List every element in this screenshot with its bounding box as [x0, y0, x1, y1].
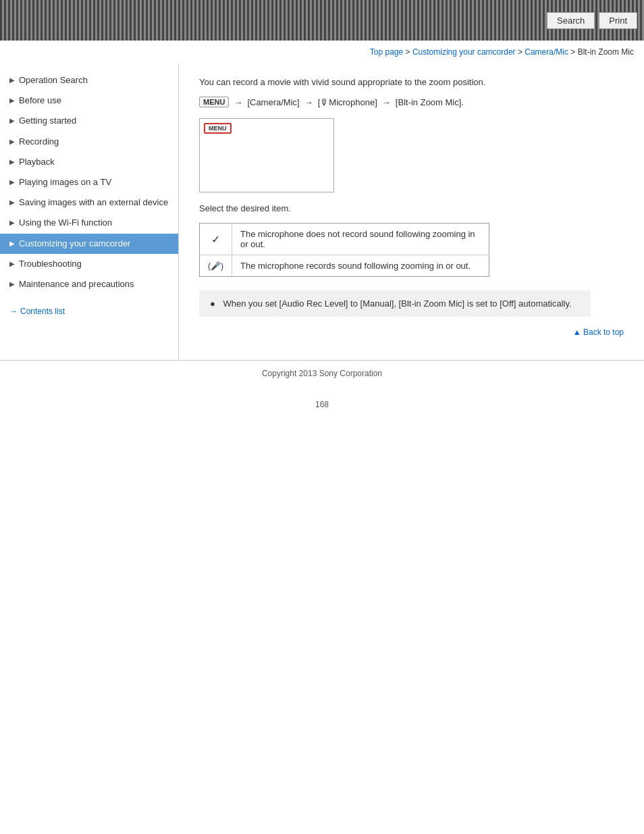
arrow-icon: →: [304, 97, 313, 107]
arrow-icon: ▶: [9, 76, 15, 85]
breadcrumb-customizing[interactable]: Customizing your camcorder: [412, 47, 516, 57]
sidebar-label: Before use: [19, 95, 61, 107]
content-area: You can record a movie with vivid sound …: [179, 63, 644, 360]
sidebar-label: Troubleshooting: [19, 258, 82, 270]
arrow-icon: ▶: [9, 137, 15, 147]
options-table: ✓ The microphone does not record sound f…: [199, 223, 489, 277]
sidebar-item-operation-search[interactable]: ▶ Operation Search: [0, 70, 178, 90]
sidebar-label: Customizing your camcorder: [19, 238, 130, 250]
breadcrumb-sep2: >: [518, 47, 525, 57]
back-to-top-link[interactable]: ▲ Back to top: [573, 328, 624, 337]
sidebar-label: Playback: [19, 156, 55, 168]
arrow-right-icon: →: [9, 307, 18, 316]
sidebar-item-getting-started[interactable]: ▶ Getting started: [0, 111, 178, 131]
option-icon-check: ✓: [200, 224, 232, 255]
menu-step-1: [Camera/Mic]: [247, 97, 299, 107]
option-text-2: The microphone records sound following z…: [232, 255, 489, 277]
breadcrumb-top[interactable]: Top page: [370, 47, 403, 57]
sidebar-item-maintenance[interactable]: ▶ Maintenance and precautions: [0, 274, 178, 294]
main-layout: ▶ Operation Search ▶ Before use ▶ Gettin…: [0, 63, 644, 360]
sidebar-item-recording[interactable]: ▶ Recording: [0, 132, 178, 152]
menu-step-2: [🎙Microphone]: [318, 97, 377, 107]
arrow-icon: →: [234, 97, 242, 107]
page-number: 168: [0, 400, 644, 409]
copyright-text: Copyright 2013 Sony Corporation: [262, 369, 382, 378]
menu-path: MENU → [Camera/Mic] → [🎙Microphone] → [B…: [199, 97, 624, 107]
breadcrumb: Top page > Customizing your camcorder > …: [0, 41, 644, 63]
description-text: You can record a movie with vivid sound …: [199, 77, 624, 87]
search-button[interactable]: Search: [547, 12, 595, 29]
sidebar-item-playback[interactable]: ▶ Playback: [0, 152, 178, 172]
sidebar-label: Using the Wi-Fi function: [19, 217, 112, 229]
screenshot-preview: MENU: [199, 118, 334, 192]
note-text: When you set [Audio Rec Level] to [Manua…: [223, 298, 571, 309]
menu-button: MENU: [199, 97, 229, 107]
arrow-icon: ▶: [9, 198, 15, 207]
contents-list-label: Contents list: [20, 307, 65, 316]
breadcrumb-current: Blt-in Zoom Mic: [578, 47, 634, 57]
arrow-icon: →: [382, 97, 391, 107]
sidebar-label: Saving images with an external device: [19, 197, 168, 209]
sidebar-item-troubleshooting[interactable]: ▶ Troubleshooting: [0, 254, 178, 274]
arrow-icon: ▶: [9, 218, 15, 228]
arrow-icon: ▶: [9, 280, 15, 289]
arrow-icon: ▶: [9, 116, 15, 126]
print-button[interactable]: Print: [599, 12, 637, 29]
table-row: (🎤) The microphone records sound followi…: [200, 255, 489, 277]
sidebar: ▶ Operation Search ▶ Before use ▶ Gettin…: [0, 63, 179, 360]
sidebar-item-saving-images[interactable]: ▶ Saving images with an external device: [0, 192, 178, 213]
arrow-icon: ▶: [9, 157, 15, 167]
menu-screenshot-button: MENU: [204, 123, 232, 134]
breadcrumb-sep3: >: [570, 47, 577, 57]
sidebar-item-before-use[interactable]: ▶ Before use: [0, 90, 178, 111]
arrow-icon: ▶: [9, 259, 15, 269]
select-text: Select the desired item.: [199, 203, 624, 213]
sidebar-label: Recording: [19, 136, 59, 148]
bullet-icon: ●: [210, 298, 215, 309]
arrow-icon: ▶: [9, 96, 15, 105]
breadcrumb-sep1: >: [406, 47, 412, 57]
sidebar-item-customizing[interactable]: ▶ Customizing your camcorder: [0, 234, 178, 254]
sidebar-item-wifi[interactable]: ▶ Using the Wi-Fi function: [0, 213, 178, 233]
option-icon-mic: (🎤): [200, 255, 232, 277]
arrow-icon: ▶: [9, 178, 15, 187]
footer: Copyright 2013 Sony Corporation: [0, 360, 644, 386]
note-box: ● When you set [Audio Rec Level] to [Man…: [199, 290, 591, 317]
sidebar-label: Getting started: [19, 115, 76, 127]
sidebar-item-playing-images[interactable]: ▶ Playing images on a TV: [0, 172, 178, 192]
header: Search Print: [0, 0, 644, 41]
contents-list-link[interactable]: → Contents list: [0, 301, 178, 321]
sidebar-label: Operation Search: [19, 74, 88, 86]
breadcrumb-camera-mic[interactable]: Camera/Mic: [525, 47, 568, 57]
sidebar-label: Playing images on a TV: [19, 176, 111, 188]
menu-step-3: [Blt-in Zoom Mic].: [396, 97, 464, 107]
table-row: ✓ The microphone does not record sound f…: [200, 224, 489, 255]
sidebar-label: Maintenance and precautions: [19, 278, 134, 290]
back-to-top[interactable]: ▲ Back to top: [199, 328, 624, 337]
option-text-1: The microphone does not record sound fol…: [232, 224, 489, 255]
arrow-icon: ▶: [9, 239, 15, 249]
